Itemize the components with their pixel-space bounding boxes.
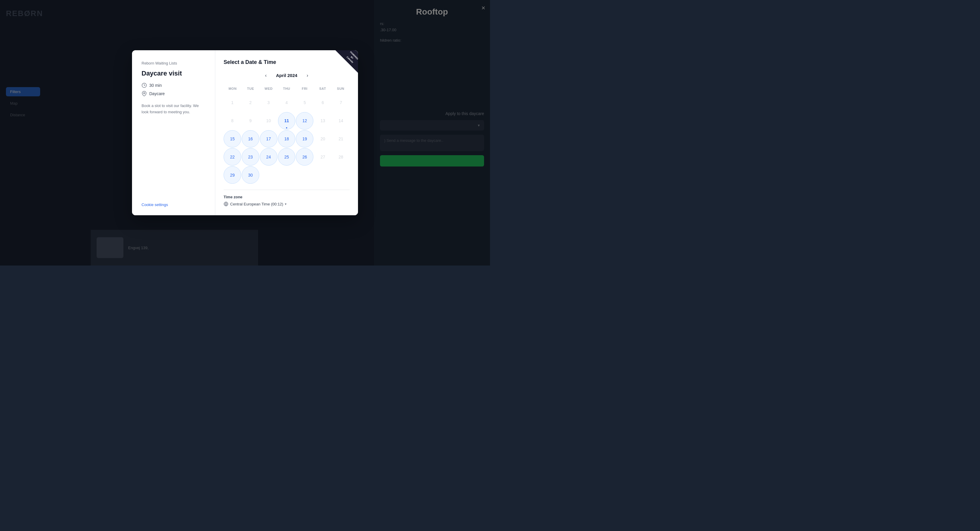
weekday-sat: SAT bbox=[314, 86, 332, 92]
cal-day[interactable]: 18 bbox=[278, 130, 296, 148]
weekday-thu: THU bbox=[278, 86, 296, 92]
cal-day[interactable]: 25 bbox=[278, 148, 296, 165]
cal-location: Daycare bbox=[149, 91, 165, 96]
globe-icon bbox=[224, 202, 228, 206]
cal-day[interactable]: 24 bbox=[260, 148, 277, 165]
powered-by-badge: POWERED BY Calendly bbox=[335, 50, 358, 73]
cal-day[interactable]: 16 bbox=[242, 130, 259, 148]
cal-duration-row: 30 min bbox=[142, 83, 205, 88]
weekday-tue: TUE bbox=[242, 86, 260, 92]
timezone-value: Central European Time (00:12) bbox=[230, 202, 283, 206]
cal-month-year: April 2024 bbox=[276, 73, 298, 78]
cal-day: 10 bbox=[260, 112, 277, 130]
cal-day[interactable]: 12 bbox=[296, 112, 313, 130]
cal-day[interactable]: 15 bbox=[224, 130, 241, 148]
cal-weekdays: MON TUE WED THU FRI SAT SUN bbox=[224, 86, 350, 92]
chevron-down-icon: ▾ bbox=[285, 202, 286, 206]
weekday-wed: WED bbox=[259, 86, 278, 92]
cal-day: 6 bbox=[314, 94, 331, 111]
cal-day: 8 bbox=[224, 112, 241, 130]
cal-day[interactable]: 11 bbox=[278, 112, 296, 130]
cal-day: 7 bbox=[332, 94, 350, 111]
prev-month-button[interactable]: ‹ bbox=[262, 72, 270, 79]
cal-day[interactable]: 26 bbox=[296, 148, 313, 165]
cal-day[interactable]: 23 bbox=[242, 148, 259, 165]
timezone-select[interactable]: Central European Time (00:12) ▾ bbox=[224, 202, 350, 206]
cal-grid: MON TUE WED THU FRI SAT SUN 123456789101… bbox=[224, 86, 350, 184]
timezone-label: Time zone bbox=[224, 195, 350, 199]
cal-day: 1 bbox=[224, 94, 241, 111]
calendly-modal: Reborn Waiting Lists Daycare visit 30 mi… bbox=[132, 50, 358, 215]
cookie-settings-link[interactable]: Cookie settings bbox=[142, 202, 205, 207]
cal-org-name: Reborn Waiting Lists bbox=[142, 61, 205, 65]
cal-nav: ‹ April 2024 › bbox=[224, 72, 350, 79]
cal-duration: 30 min bbox=[149, 83, 162, 88]
cal-description: Book a slot to visit our facility. We lo… bbox=[142, 103, 205, 115]
weekday-fri: FRI bbox=[296, 86, 314, 92]
cal-days: 1234567891011121314151617181920212223242… bbox=[224, 94, 350, 184]
cal-timezone: Time zone Central European Time (00:12) … bbox=[224, 190, 350, 206]
cal-meta: 30 min Daycare bbox=[142, 83, 205, 96]
cal-day: 27 bbox=[314, 148, 331, 165]
cal-day[interactable]: 22 bbox=[224, 148, 241, 165]
cal-day: 2 bbox=[242, 94, 259, 111]
weekday-mon: MON bbox=[224, 86, 242, 92]
modal-overlay: Reborn Waiting Lists Daycare visit 30 mi… bbox=[0, 0, 490, 266]
cal-location-row: Daycare bbox=[142, 91, 205, 96]
next-month-button[interactable]: › bbox=[303, 72, 312, 79]
location-icon bbox=[142, 91, 147, 96]
cal-right-panel: POWERED BY Calendly Select a Date & Time… bbox=[215, 50, 358, 215]
cal-day: 3 bbox=[260, 94, 277, 111]
cal-left-panel: Reborn Waiting Lists Daycare visit 30 mi… bbox=[132, 50, 215, 215]
svg-point-1 bbox=[143, 92, 145, 94]
cal-day: 20 bbox=[314, 130, 331, 148]
cal-event-title: Daycare visit bbox=[142, 70, 205, 77]
weekday-sun: SUN bbox=[331, 86, 350, 92]
cal-day: 4 bbox=[278, 94, 296, 111]
cal-day[interactable]: 29 bbox=[224, 166, 241, 184]
cal-day: 21 bbox=[332, 130, 350, 148]
cal-day: 9 bbox=[242, 112, 259, 130]
cal-day[interactable]: 30 bbox=[242, 166, 259, 184]
cal-day: 28 bbox=[332, 148, 350, 165]
cal-day[interactable]: 17 bbox=[260, 130, 277, 148]
cal-day[interactable]: 19 bbox=[296, 130, 313, 148]
cal-day: 5 bbox=[296, 94, 313, 111]
cal-day: 14 bbox=[332, 112, 350, 130]
cal-day: 13 bbox=[314, 112, 331, 130]
clock-icon bbox=[142, 83, 147, 88]
cal-select-title: Select a Date & Time bbox=[224, 59, 350, 65]
